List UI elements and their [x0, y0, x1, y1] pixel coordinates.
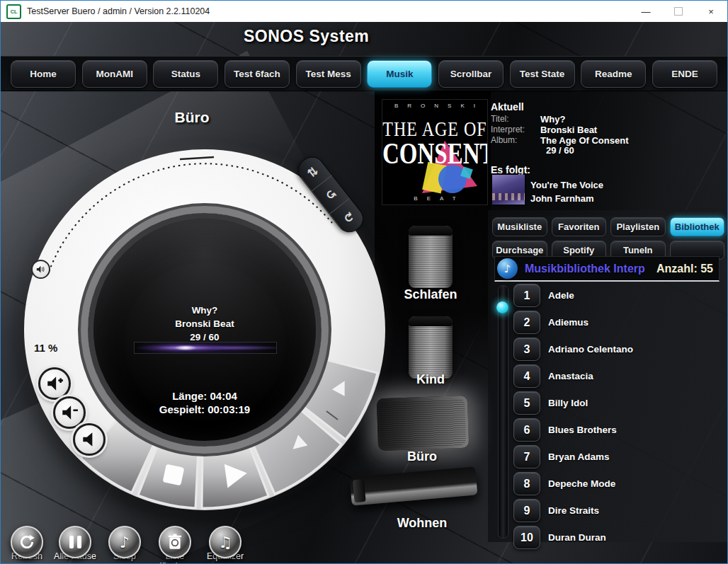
- item-name: Bryan Adams: [548, 451, 610, 462]
- interpret-value: Bronski Beat: [540, 125, 597, 135]
- maximize-icon: [674, 7, 683, 16]
- list-item[interactable]: 6 Blues Brothers: [513, 418, 726, 442]
- list-item[interactable]: 9 Dire Straits: [513, 499, 726, 522]
- list-item[interactable]: 10 Duran Duran: [513, 526, 726, 549]
- list-item[interactable]: 7 Bryan Adams: [513, 445, 726, 468]
- zone-name: Büro: [142, 109, 241, 126]
- list-item[interactable]: 8 Depeche Mode: [513, 472, 726, 495]
- nav-musik[interactable]: Musik: [367, 60, 432, 88]
- next-artist: John Farnham: [530, 193, 594, 204]
- album-art: BRONSKI THE AGE OF CONSENT BEAT: [382, 99, 488, 205]
- zone-speaker-buero[interactable]: [377, 396, 470, 451]
- item-name: Adiemus: [548, 317, 588, 328]
- zone-label-kind: Kind: [388, 372, 473, 387]
- music-note-icon: ♪: [120, 534, 130, 551]
- interpret-label: Interpret:: [491, 125, 540, 135]
- nav-monami[interactable]: MonAMI: [82, 60, 147, 88]
- clear-list-button[interactable]: Liste löschen: [150, 526, 200, 564]
- list-item[interactable]: 1 Adele: [513, 284, 726, 307]
- nav-readme[interactable]: Readme: [581, 60, 646, 88]
- cover-title-line2: CONSENT: [382, 137, 487, 171]
- main-nav: Home MonAMI Status Test 6fach Test Mess …: [1, 56, 727, 91]
- zone-speaker-kind[interactable]: [409, 316, 453, 379]
- item-name: Anastacia: [548, 371, 593, 381]
- track-length: Länge: 04:04: [98, 390, 311, 402]
- now-playing-heading: Aktuell: [491, 101, 524, 113]
- item-name: Billy Idol: [548, 398, 588, 408]
- equalizer-notes-icon: ♫: [218, 534, 232, 551]
- sleep-button[interactable]: ♪ Sleep: [100, 526, 149, 561]
- item-number: 8: [513, 472, 540, 495]
- tab-bibliothek[interactable]: Bibliothek: [670, 217, 725, 236]
- zone-label-schlafen: Schlafen: [388, 287, 473, 302]
- library-header: ♪ Musikbibliothek Interp Anzahl: 55: [494, 256, 720, 282]
- list-item[interactable]: 2 Adiemus: [513, 311, 726, 334]
- item-name: Duran Duran: [548, 532, 606, 543]
- nav-home[interactable]: Home: [11, 60, 76, 88]
- minimize-button[interactable]: —: [630, 1, 662, 22]
- list-item[interactable]: 5 Billy Idol: [513, 391, 726, 415]
- item-number: 7: [513, 445, 540, 468]
- title-value: Why?: [540, 114, 565, 125]
- item-number: 4: [513, 364, 540, 388]
- nav-status[interactable]: Status: [153, 60, 218, 88]
- equalizer-button[interactable]: ♫ Equalizer: [200, 526, 250, 561]
- item-name: Adriano Celentano: [548, 344, 633, 355]
- volume-position-indicator[interactable]: [31, 260, 50, 279]
- refresh-icon: [18, 533, 36, 551]
- item-number: 10: [513, 526, 540, 549]
- tab-musikliste[interactable]: Musikliste: [492, 217, 547, 236]
- item-number: 2: [513, 311, 540, 334]
- library-count: Anzahl: 55: [656, 263, 713, 275]
- tab-favoriten[interactable]: Favoriten: [552, 217, 607, 236]
- volume-up-button[interactable]: [38, 367, 71, 400]
- app-icon: CL: [6, 4, 21, 19]
- trash-icon: [167, 534, 183, 551]
- next-heading: Es folgt:: [491, 164, 530, 175]
- mute-icon: [80, 430, 98, 449]
- volume-up-icon: [45, 374, 64, 393]
- zone-label-buero: Büro: [380, 449, 465, 464]
- item-number: 9: [513, 499, 540, 522]
- queue-position: 29 / 60: [546, 145, 574, 156]
- item-number: 5: [513, 391, 540, 415]
- list-scrollbar[interactable]: [498, 285, 508, 539]
- list-item[interactable]: 4 Anastacia: [513, 364, 726, 388]
- nav-scrollbar[interactable]: Scrollbar: [438, 60, 504, 88]
- tab-playlisten[interactable]: Playlisten: [610, 217, 666, 236]
- nav-test-6fach[interactable]: Test 6fach: [224, 60, 290, 88]
- item-name: Depeche Mode: [548, 478, 615, 489]
- nav-test-state[interactable]: Test State: [510, 60, 575, 88]
- scale-major-tick: [180, 157, 214, 159]
- title-label: Titel:: [491, 114, 540, 125]
- app-window: CL TestServer Buero / admin / Version 2.…: [0, 0, 728, 564]
- mute-button[interactable]: [73, 423, 106, 456]
- nav-ende[interactable]: ENDE: [652, 60, 717, 88]
- library-title: Musikbibliothek Interp: [525, 263, 645, 275]
- track-position: 29 / 60: [98, 332, 311, 343]
- pause-icon: [69, 536, 81, 548]
- speaker-icon: [36, 265, 45, 274]
- maximize-button[interactable]: [662, 1, 695, 22]
- track-played: Gespielt: 00:03:19: [98, 403, 311, 415]
- pause-all-button[interactable]: Alle Pause: [50, 526, 100, 561]
- close-button[interactable]: ×: [695, 1, 727, 22]
- zone-label-wohnen: Wohnen: [380, 516, 465, 531]
- refresh-button[interactable]: Refresh: [2, 526, 52, 561]
- progress-bar[interactable]: [134, 342, 277, 354]
- track-title: Why?: [98, 305, 311, 316]
- artist-list: 1 Adele 2 Adiemus 3 Adriano Celentano 4 …: [513, 284, 726, 553]
- scrollbar-thumb[interactable]: [496, 301, 508, 313]
- next-album-art: [492, 175, 525, 205]
- album-value: The Age Of Consent: [540, 135, 628, 146]
- titlebar: CL TestServer Buero / admin / Version 2.…: [1, 1, 727, 22]
- window-title: TestServer Buero / admin / Version 2.2.1…: [27, 6, 210, 16]
- source-tabs: Musikliste Favoriten Playlisten Biblioth…: [492, 217, 724, 260]
- volume-percent: 11 %: [34, 342, 57, 354]
- zone-speaker-schlafen[interactable]: [409, 226, 453, 288]
- list-item[interactable]: 3 Adriano Celentano: [513, 338, 726, 361]
- item-name: Dire Straits: [548, 505, 599, 516]
- nav-test-mess[interactable]: Test Mess: [296, 60, 361, 88]
- volume-down-button[interactable]: [53, 396, 86, 429]
- item-number: 6: [513, 418, 540, 442]
